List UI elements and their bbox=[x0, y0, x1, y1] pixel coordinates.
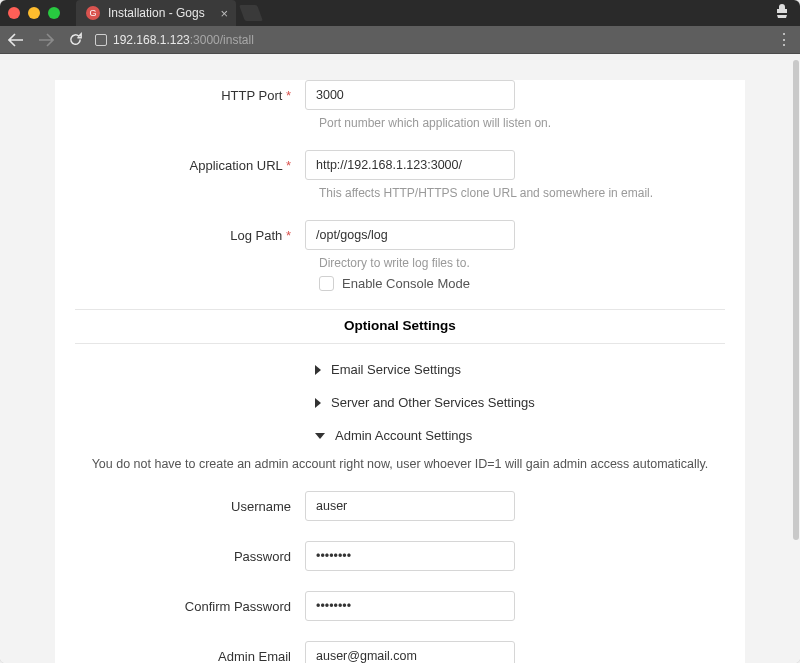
nav-back-icon[interactable] bbox=[8, 32, 24, 48]
window-close-button[interactable] bbox=[8, 7, 20, 19]
tab-close-icon[interactable]: × bbox=[220, 6, 228, 21]
label-app-url: Application URL * bbox=[75, 158, 305, 173]
help-http-port: Port number which application will liste… bbox=[319, 116, 725, 130]
window-controls bbox=[8, 7, 60, 19]
row-admin-password: Password bbox=[75, 541, 725, 571]
toggle-server-settings[interactable]: Server and Other Services Settings bbox=[315, 395, 725, 410]
row-admin-email: Admin Email bbox=[75, 641, 725, 663]
row-admin-username: Username bbox=[75, 491, 725, 521]
admin-note: You do not have to create an admin accou… bbox=[75, 457, 725, 471]
new-tab-button[interactable] bbox=[239, 5, 263, 21]
section-optional-settings: Optional Settings bbox=[75, 309, 725, 344]
nav-reload-icon[interactable] bbox=[68, 32, 83, 47]
browser-toolbar: 192.168.1.123:3000/install ⋮ bbox=[0, 26, 800, 54]
label-http-port: HTTP Port * bbox=[75, 88, 305, 103]
help-log-path: Directory to write log files to. bbox=[319, 256, 725, 270]
label-log-path: Log Path * bbox=[75, 228, 305, 243]
toggle-admin-label: Admin Account Settings bbox=[335, 428, 472, 443]
nav-forward-icon[interactable] bbox=[38, 32, 54, 48]
caret-right-icon bbox=[315, 365, 321, 375]
input-admin-confirm[interactable] bbox=[305, 591, 515, 621]
window-titlebar: G Installation - Gogs × bbox=[0, 0, 800, 26]
window-maximize-button[interactable] bbox=[48, 7, 60, 19]
label-admin-username: Username bbox=[75, 499, 305, 514]
label-admin-email: Admin Email bbox=[75, 649, 305, 664]
toggle-server-label: Server and Other Services Settings bbox=[331, 395, 535, 410]
tab-title: Installation - Gogs bbox=[108, 6, 205, 20]
browser-menu-icon[interactable]: ⋮ bbox=[776, 30, 792, 49]
row-app-url: Application URL * bbox=[75, 150, 725, 180]
caret-down-icon bbox=[315, 433, 325, 439]
window-minimize-button[interactable] bbox=[28, 7, 40, 19]
scrollbar-thumb[interactable] bbox=[793, 60, 799, 540]
url-path: :3000/install bbox=[190, 33, 254, 47]
help-app-url: This affects HTTP/HTTPS clone URL and so… bbox=[319, 186, 725, 200]
browser-tab[interactable]: G Installation - Gogs × bbox=[76, 0, 236, 26]
input-admin-email[interactable] bbox=[305, 641, 515, 663]
input-admin-username[interactable] bbox=[305, 491, 515, 521]
row-http-port: HTTP Port * bbox=[75, 80, 725, 110]
input-http-port[interactable] bbox=[305, 80, 515, 110]
row-log-path: Log Path * bbox=[75, 220, 725, 250]
label-admin-confirm: Confirm Password bbox=[75, 599, 305, 614]
row-console-mode: Enable Console Mode bbox=[319, 276, 725, 291]
address-bar[interactable]: 192.168.1.123:3000/install bbox=[95, 33, 764, 47]
tab-favicon: G bbox=[86, 6, 100, 20]
site-info-icon[interactable] bbox=[95, 34, 107, 46]
browser-extension-icon[interactable] bbox=[774, 4, 790, 20]
page-viewport: HTTP Port * Port number which applicatio… bbox=[0, 54, 800, 663]
url-host: 192.168.1.123 bbox=[113, 33, 190, 47]
input-admin-password[interactable] bbox=[305, 541, 515, 571]
input-app-url[interactable] bbox=[305, 150, 515, 180]
scrollbar-track[interactable] bbox=[791, 54, 799, 663]
label-admin-password: Password bbox=[75, 549, 305, 564]
input-log-path[interactable] bbox=[305, 220, 515, 250]
label-console-mode: Enable Console Mode bbox=[342, 276, 470, 291]
toggle-email-label: Email Service Settings bbox=[331, 362, 461, 377]
checkbox-console-mode[interactable] bbox=[319, 276, 334, 291]
toggle-admin-settings[interactable]: Admin Account Settings bbox=[315, 428, 725, 443]
caret-right-icon bbox=[315, 398, 321, 408]
toggle-email-settings[interactable]: Email Service Settings bbox=[315, 362, 725, 377]
row-admin-confirm: Confirm Password bbox=[75, 591, 725, 621]
install-form-card: HTTP Port * Port number which applicatio… bbox=[55, 80, 745, 663]
